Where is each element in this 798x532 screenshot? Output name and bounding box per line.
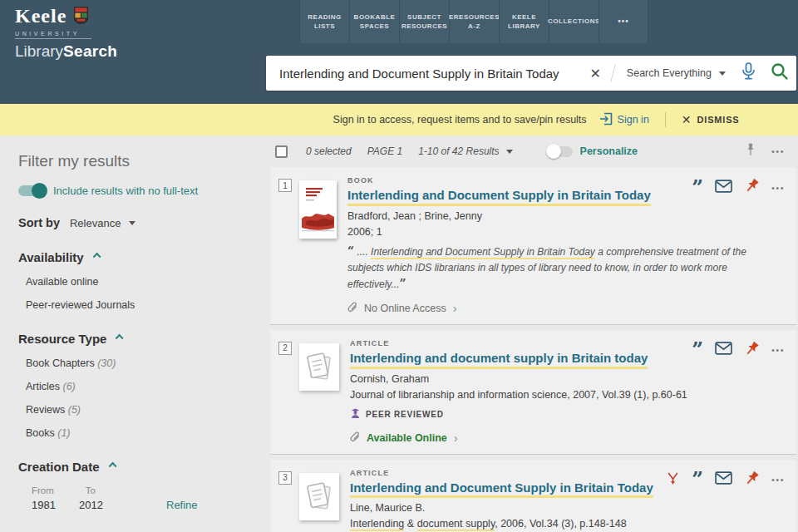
- search-input[interactable]: [266, 66, 581, 81]
- top-header: Keele UNIVERSITY LibrarySearch READING L…: [0, 0, 798, 104]
- logo-university-text: UNIVERSITY: [15, 31, 91, 39]
- result-item-3: 3 ARTICLE Interlending and Document Supp…: [270, 460, 796, 532]
- snippet-highlight: Interlending and Document Supply in Brit…: [371, 246, 595, 259]
- keele-logo[interactable]: Keele UNIVERSITY LibrarySearch: [15, 6, 117, 61]
- select-all-checkbox[interactable]: [275, 145, 288, 158]
- date-to-field[interactable]: 2012: [79, 499, 126, 511]
- facet-reviews[interactable]: Reviews (5): [26, 404, 258, 416]
- logo-librarysearch-text: LibrarySearch: [15, 42, 117, 61]
- article-thumbnail[interactable]: [299, 473, 339, 520]
- facet-creation-date-header[interactable]: Creation Date: [18, 460, 258, 474]
- search-scope-label: Search Everything: [627, 67, 712, 79]
- email-button[interactable]: [715, 471, 732, 488]
- facet-availability-header[interactable]: Availability: [18, 250, 258, 264]
- nav-subject-resources[interactable]: SUBJECT RESOURCES: [399, 0, 449, 43]
- record-more-options[interactable]: •••: [771, 183, 785, 193]
- result-title-link[interactable]: Interlending and document supply in Brit…: [350, 351, 648, 369]
- availability-link[interactable]: Available Online ›: [350, 431, 785, 446]
- microphone-icon: [741, 62, 756, 84]
- email-button[interactable]: [715, 342, 732, 358]
- peer-reviewed-badge: PEER REVIEWED: [350, 407, 785, 422]
- result-authors[interactable]: Cornish, Graham: [350, 373, 785, 385]
- nav-eresources-az[interactable]: ERESOURCES A-Z: [449, 0, 499, 43]
- envelope-icon: [715, 342, 732, 358]
- envelope-icon: [715, 180, 732, 196]
- clear-search-icon[interactable]: ✕: [581, 66, 608, 81]
- fulltext-toggle[interactable]: Include results with no full-text: [18, 185, 258, 197]
- results-more-options[interactable]: •••: [771, 146, 785, 156]
- record-more-options[interactable]: •••: [771, 475, 785, 485]
- chevron-up-icon: [92, 253, 101, 261]
- result-title-link[interactable]: Interlending and Document Supply in Brit…: [347, 188, 651, 206]
- result-publication: Interlending & document supply, 2006, Vo…: [350, 518, 785, 530]
- email-button[interactable]: [715, 180, 732, 196]
- main-nav: READING LISTS BOOKABLE SPACES SUBJECT RE…: [299, 0, 648, 43]
- paperclip-icon: [350, 431, 360, 446]
- facets-sidebar: Filter my results Include results with n…: [0, 135, 266, 532]
- sort-by-value: Relevance: [70, 217, 121, 229]
- chevron-right-icon: ›: [453, 302, 457, 314]
- signin-banner-message: Sign in to access, request items and to …: [333, 114, 587, 126]
- result-title-link[interactable]: Interlending and Document Supply in Brit…: [350, 480, 653, 499]
- fulltext-toggle-label: Include results with no full-text: [53, 185, 198, 197]
- voice-search-button[interactable]: [734, 62, 763, 84]
- nav-more-menu[interactable]: •••: [598, 0, 648, 43]
- facet-count: (1): [57, 427, 70, 439]
- filter-results-title: Filter my results: [18, 152, 258, 170]
- book-cover-thumbnail[interactable]: [299, 180, 337, 239]
- search-icon: [771, 62, 789, 84]
- results-range-dropdown[interactable]: 1-10 of 42 Results: [418, 145, 512, 157]
- sort-by-label: Sort by: [18, 216, 60, 229]
- personalize-toggle[interactable]: Personalize: [548, 145, 638, 157]
- open-quote-icon: “: [347, 244, 354, 258]
- citation-trail-button[interactable]: [666, 471, 680, 489]
- chevron-up-icon: [116, 334, 124, 342]
- facet-creation-date-title: Creation Date: [18, 460, 100, 474]
- pin-results-button[interactable]: [745, 143, 756, 160]
- date-to-label: To: [86, 485, 96, 495]
- availability-label: No Online Access: [364, 303, 446, 314]
- banner-divider: [665, 112, 666, 127]
- chevron-down-icon: [129, 221, 135, 225]
- nav-collections[interactable]: COLLECTIONS: [549, 0, 598, 43]
- nav-keele-library[interactable]: KEELE LIBRARY: [499, 0, 549, 43]
- record-more-options[interactable]: •••: [771, 345, 785, 355]
- pin-record-button[interactable]: [744, 178, 760, 197]
- result-number-badge: 1: [278, 179, 292, 192]
- facet-count: (30): [97, 357, 116, 369]
- facet-book-chapters[interactable]: Book Chapters (30): [26, 357, 258, 369]
- submit-search-button[interactable]: [763, 62, 796, 84]
- pushpin-icon: [744, 341, 760, 360]
- facet-available-online[interactable]: Available online: [26, 276, 258, 288]
- result-number-badge: 2: [278, 342, 292, 355]
- search-scope-dropdown[interactable]: Search Everything: [617, 67, 734, 79]
- availability-link[interactable]: No Online Access ›: [347, 301, 785, 316]
- dismiss-banner-button[interactable]: ✕ DISMISS: [682, 113, 740, 126]
- peer-reviewed-label: PEER REVIEWED: [366, 410, 444, 419]
- refine-date-link[interactable]: Refine: [166, 499, 198, 511]
- pin-record-button[interactable]: [744, 341, 760, 360]
- chevron-down-icon: [719, 71, 726, 76]
- sort-by-dropdown[interactable]: Relevance: [70, 217, 135, 229]
- article-thumbnail[interactable]: [299, 343, 339, 391]
- facet-books[interactable]: Books (1): [26, 427, 258, 439]
- sign-in-label: Sign in: [618, 114, 649, 126]
- result-authors[interactable]: Line, Maurice B.: [350, 502, 785, 514]
- facet-peer-reviewed-journals[interactable]: Peer-reviewed Journals: [26, 299, 258, 311]
- pin-record-button[interactable]: [744, 470, 760, 490]
- date-from-field[interactable]: 1981: [32, 499, 79, 511]
- keele-crest-icon: [73, 6, 89, 28]
- nav-reading-lists[interactable]: READING LISTS: [299, 0, 349, 43]
- sign-in-button[interactable]: Sign in: [599, 112, 649, 128]
- result-snippet: “ .... Interlending and Document Supply …: [347, 243, 785, 293]
- citation-quote-button[interactable]: ”: [692, 344, 703, 356]
- facet-resource-type-header[interactable]: Resource Type: [18, 332, 258, 346]
- results-range-label: 1-10 of 42 Results: [418, 145, 499, 157]
- citation-quote-button[interactable]: ”: [692, 474, 703, 485]
- citation-quote-button[interactable]: ”: [692, 182, 703, 194]
- facet-count: (5): [68, 404, 81, 416]
- facet-articles[interactable]: Articles (6): [26, 381, 258, 392]
- result-authors[interactable]: Bradford, Jean ; Brine, Jenny: [347, 210, 785, 222]
- page-indicator: PAGE 1: [367, 145, 402, 157]
- nav-bookable-spaces[interactable]: BOOKABLE SPACES: [349, 0, 399, 43]
